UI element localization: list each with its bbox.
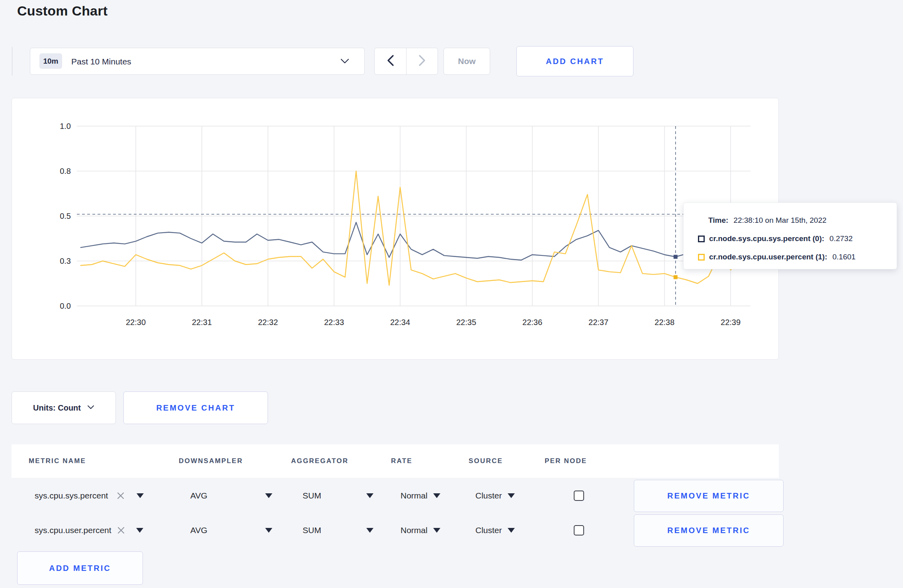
toolbar-left-divider [12,47,12,76]
svg-text:22:31: 22:31 [192,318,212,327]
rate-select[interactable]: Normal [401,513,440,547]
svg-text:22:39: 22:39 [721,318,741,327]
svg-text:22:37: 22:37 [588,318,608,327]
time-range-label: Past 10 Minutes [71,48,131,75]
units-label: Units: Count [33,403,81,413]
svg-text:22:38: 22:38 [655,318,674,327]
time-range-badge: 10m [39,53,62,69]
remove-metric-button[interactable]: REMOVE METRIC [634,480,784,512]
aggregator-value: SUM [303,491,321,500]
aggregator-select[interactable]: SUM [303,479,321,513]
page-title: Custom Chart [17,3,108,19]
svg-text:22:33: 22:33 [324,318,344,327]
svg-text:22:36: 22:36 [522,318,542,327]
per-node-checkbox[interactable] [574,525,584,535]
custom-chart-page: Custom Chart 10m Past 10 Minutes Now ADD… [0,0,903,588]
per-node-checkbox[interactable] [574,491,584,501]
chart-card: 0.00.30.50.81.022:3022:3122:3222:3322:34… [12,98,779,360]
metric-name-value: sys.cpu.sys.percent [35,491,108,500]
svg-text:0.5: 0.5 [60,212,71,220]
metric-name-select[interactable]: sys.cpu.user.percent [35,513,143,547]
caret-down-icon[interactable] [366,479,373,513]
column-header-per-node: PER NODE [545,444,587,478]
remove-chart-button[interactable]: REMOVE CHART [123,391,268,424]
metrics-table-header: METRIC NAME DOWNSAMPLER AGGREGATOR RATE … [12,444,779,478]
rate-value: Normal [401,491,428,500]
timeseries-chart[interactable]: 0.00.30.50.81.022:3022:3122:3222:3322:34… [12,98,778,359]
downsampler-select[interactable]: AVG [190,513,207,547]
add-chart-button[interactable]: ADD CHART [516,46,633,76]
downsampler-value: AVG [190,526,207,535]
remove-metric-button[interactable]: REMOVE METRIC [634,514,784,547]
source-select[interactable]: Cluster [475,513,515,547]
aggregator-value: SUM [303,526,321,535]
caret-down-icon [508,528,515,533]
aggregator-select[interactable]: SUM [303,513,321,547]
next-timeframe-button[interactable] [406,48,438,74]
tooltip-series-value: 0.2732 [829,234,852,243]
tooltip-series-row: cr.node.sys.cpu.user.percent (1): 0.1601 [698,249,897,265]
rate-value: Normal [401,526,428,535]
caret-down-icon[interactable] [137,493,144,498]
downsampler-value: AVG [190,491,207,500]
tooltip-series-name: cr.node.sys.cpu.user.percent (1): [709,253,827,261]
prev-timeframe-button[interactable] [375,48,406,74]
svg-text:0.8: 0.8 [60,167,71,175]
column-header-source: SOURCE [469,444,503,478]
metric-name-value: sys.cpu.user.percent [35,526,111,535]
svg-text:22:35: 22:35 [456,318,476,327]
svg-text:0.3: 0.3 [60,257,71,265]
units-dropdown[interactable]: Units: Count [12,391,116,424]
close-icon[interactable] [117,526,125,534]
tooltip-time-label: Time: [708,216,728,225]
now-button[interactable]: Now [444,48,490,75]
close-icon[interactable] [117,492,125,500]
metric-row: sys.cpu.sys.percent AVG SUM Normal Clust… [12,479,779,513]
column-header-rate: RATE [391,444,412,478]
chevron-down-icon [340,58,349,66]
chevron-down-icon [87,404,94,411]
caret-down-icon[interactable] [366,513,373,547]
caret-down-icon [433,493,440,498]
time-range-selector[interactable]: 10m Past 10 Minutes [30,48,365,75]
downsampler-select[interactable]: AVG [190,479,207,513]
column-header-downsampler: DOWNSAMPLER [179,444,243,478]
add-metric-button[interactable]: ADD METRIC [17,551,143,585]
svg-text:22:34: 22:34 [390,318,410,327]
svg-text:22:32: 22:32 [258,318,278,327]
svg-text:0.0: 0.0 [60,302,71,310]
caret-down-icon[interactable] [265,513,272,547]
chevron-right-icon [418,54,426,68]
tooltip-swatch-0 [698,236,705,242]
chevron-left-icon [386,54,395,68]
svg-text:1.0: 1.0 [60,122,71,130]
caret-down-icon[interactable] [136,528,143,533]
time-nav-arrows [374,48,438,75]
tooltip-time-value: 22:38:10 on Mar 15th, 2022 [733,216,826,225]
chart-tooltip: Time: 22:38:10 on Mar 15th, 2022 cr.node… [683,202,897,269]
svg-text:22:30: 22:30 [126,318,146,327]
source-value: Cluster [475,491,502,500]
rate-select[interactable]: Normal [401,479,440,513]
tooltip-series-value: 0.1601 [833,253,856,261]
column-header-aggregator: AGGREGATOR [291,444,348,478]
caret-down-icon [508,493,515,498]
column-header-metric-name: METRIC NAME [29,444,86,478]
source-select[interactable]: Cluster [475,479,515,513]
tooltip-series-name: cr.node.sys.cpu.sys.percent (0): [709,234,824,243]
metric-name-select[interactable]: sys.cpu.sys.percent [35,479,144,513]
metric-row: sys.cpu.user.percent AVG SUM Normal Clus… [12,513,779,547]
tooltip-swatch-1 [698,254,705,261]
tooltip-series-row: cr.node.sys.cpu.sys.percent (0): 0.2732 [698,231,897,246]
source-value: Cluster [475,526,502,535]
caret-down-icon [433,528,440,533]
tooltip-time-row: Time: 22:38:10 on Mar 15th, 2022 [698,213,897,228]
caret-down-icon[interactable] [265,479,272,513]
